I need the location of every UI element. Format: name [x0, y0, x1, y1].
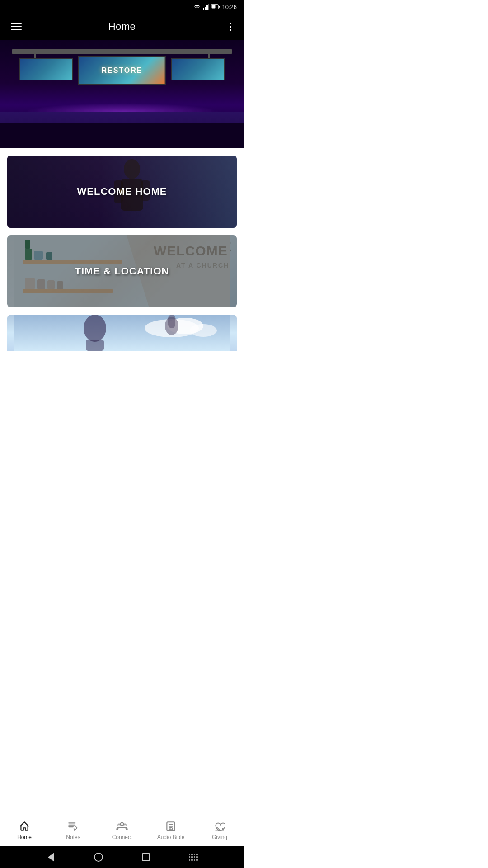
clock: 10:26 — [222, 4, 237, 10]
svg-point-30 — [190, 324, 217, 337]
audience-silhouette — [0, 123, 244, 148]
partial-scene — [7, 315, 237, 351]
center-screen: RESTORE — [78, 56, 166, 85]
hero-banner: RESTORE — [0, 40, 244, 148]
svg-rect-4 — [208, 4, 209, 10]
time-location-card[interactable]: WELCOME AT A CHURCH TIME & LOCATION — [7, 235, 237, 307]
menu-button[interactable] — [8, 20, 24, 33]
restore-text: RESTORE — [101, 66, 142, 75]
svg-point-0 — [197, 8, 197, 9]
card-background — [7, 315, 237, 351]
page-title: Home — [24, 21, 220, 33]
svg-rect-1 — [203, 8, 204, 10]
status-bar: 10:26 — [0, 0, 244, 14]
welcome-home-card[interactable]: WELCOME HOME — [7, 156, 237, 228]
app-bar: Home ⋮ — [0, 14, 244, 40]
card-overlay: WELCOME HOME — [7, 156, 237, 228]
svg-rect-34 — [168, 315, 175, 328]
svg-rect-6 — [219, 6, 220, 8]
svg-rect-7 — [212, 5, 216, 9]
card-label: WELCOME HOME — [77, 186, 167, 198]
partial-card[interactable] — [7, 315, 237, 351]
side-screen-left — [19, 58, 73, 80]
wifi-icon — [193, 4, 201, 10]
card-label: TIME & LOCATION — [75, 265, 169, 277]
content-area: WELCOME HOME — [0, 148, 244, 358]
svg-rect-3 — [206, 5, 208, 10]
battery-icon — [211, 4, 220, 9]
side-screen-right — [171, 58, 225, 80]
svg-rect-32 — [86, 340, 104, 351]
stage-scene: RESTORE — [0, 40, 244, 148]
stage-truss — [12, 49, 232, 54]
status-icons: 10:26 — [193, 4, 237, 10]
svg-point-31 — [84, 315, 106, 342]
more-options-button[interactable]: ⋮ — [225, 22, 236, 32]
signal-icon — [203, 4, 209, 10]
card-overlay: TIME & LOCATION — [7, 235, 237, 307]
svg-rect-2 — [205, 7, 206, 10]
